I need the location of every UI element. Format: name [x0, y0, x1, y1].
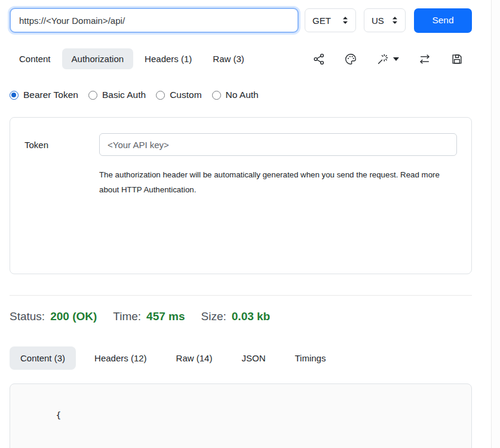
send-button[interactable]: Send — [414, 8, 472, 33]
token-label: Token — [24, 140, 99, 150]
token-panel: Token The authorization header will be a… — [10, 117, 472, 274]
radio-circle-icon — [212, 91, 221, 100]
radio-circle-icon — [156, 91, 165, 100]
method-select-value: GET — [312, 16, 331, 26]
share-icon[interactable] — [312, 53, 326, 66]
status-value: 200 (OK) — [50, 308, 97, 324]
region-select[interactable]: US — [364, 8, 406, 32]
save-icon[interactable] — [450, 53, 464, 66]
api-tester-page: GET US Send Content Authorization Header… — [0, 8, 491, 448]
tab-response-headers[interactable]: Headers (12) — [84, 346, 158, 370]
time-value: 457 ms — [146, 308, 185, 324]
request-bar: GET US Send — [10, 8, 472, 33]
stepper-arrows-icon — [392, 16, 398, 24]
tab-content[interactable]: Content — [10, 48, 60, 69]
radio-no-auth[interactable]: No Auth — [212, 90, 259, 100]
tab-authorization[interactable]: Authorization — [62, 48, 134, 69]
radio-basic-auth[interactable]: Basic Auth — [88, 90, 146, 100]
method-select[interactable]: GET — [305, 8, 356, 32]
radio-bearer-token[interactable]: Bearer Token — [10, 90, 78, 100]
tab-response-raw[interactable]: Raw (14) — [165, 346, 223, 370]
auth-type-options: Bearer Token Basic Auth Custom No Auth — [10, 90, 472, 100]
size-value: 0.03 kb — [232, 308, 270, 324]
stepper-arrows-icon — [342, 16, 348, 24]
response-status-row: Status: 200 (OK) Time: 457 ms Size: 0.03… — [10, 308, 472, 324]
radio-circle-icon — [10, 91, 19, 100]
chevron-down-icon — [393, 57, 399, 61]
token-input[interactable] — [99, 133, 457, 156]
magic-wand-icon[interactable] — [376, 53, 399, 66]
code-line: "message": "API running." — [24, 438, 457, 448]
tab-response-content[interactable]: Content (3) — [10, 346, 76, 370]
radio-custom[interactable]: Custom — [156, 90, 201, 100]
radio-circle-icon — [88, 91, 97, 100]
tab-response-json[interactable]: JSON — [231, 346, 276, 370]
toolbar-icons — [312, 53, 472, 66]
response-tabs: Content (3) Headers (12) Raw (14) JSON T… — [10, 346, 472, 370]
time-label: Time: — [113, 308, 141, 324]
url-input[interactable] — [10, 8, 299, 33]
response-body-panel: { "message": "API running." } — [10, 383, 472, 448]
token-help-text: The authorization header will be automat… — [99, 167, 457, 197]
tab-headers[interactable]: Headers (1) — [135, 48, 201, 69]
request-tabs-row: Content Authorization Headers (1) Raw (3… — [10, 48, 472, 69]
swap-arrows-icon[interactable] — [418, 53, 432, 66]
request-tabs: Content Authorization Headers (1) Raw (3… — [10, 48, 256, 69]
size-label: Size: — [201, 308, 226, 324]
code-line: { — [24, 393, 457, 438]
tab-raw[interactable]: Raw (3) — [203, 48, 254, 69]
section-divider — [10, 295, 472, 296]
tab-response-timings[interactable]: Timings — [284, 346, 336, 370]
status-label: Status: — [10, 308, 45, 324]
scrollbar[interactable] — [491, 0, 500, 448]
palette-icon[interactable] — [344, 53, 357, 66]
region-select-value: US — [372, 16, 384, 26]
